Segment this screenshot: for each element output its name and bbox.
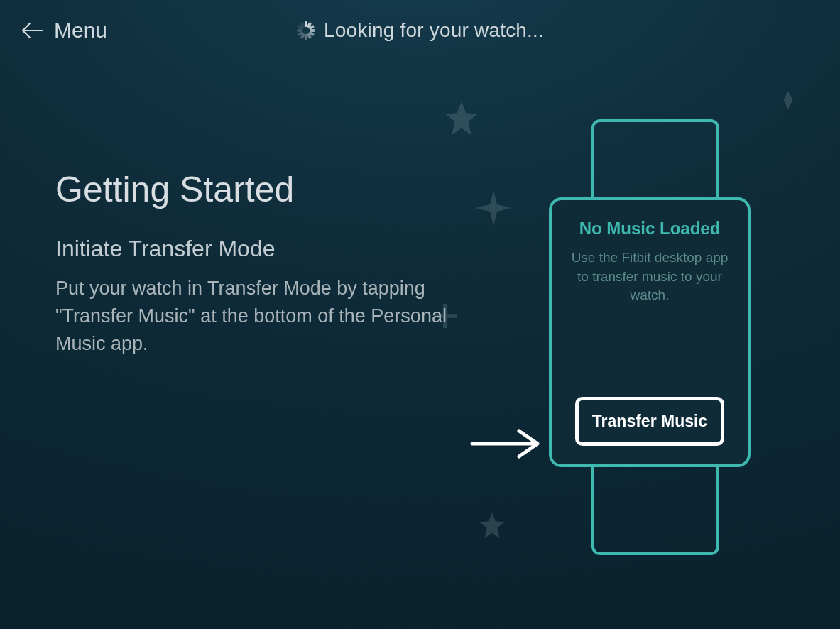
diamond-icon	[779, 91, 797, 109]
watch-illustration: No Music Loaded Use the Fitbit desktop a…	[499, 119, 797, 574]
status-text: Looking for your watch...	[324, 19, 544, 42]
star-icon	[440, 98, 483, 141]
pointer-arrow-icon	[469, 426, 544, 464]
spinner-icon	[297, 21, 315, 40]
content: Getting Started Initiate Transfer Mode P…	[0, 48, 840, 629]
transfer-music-button[interactable]: Transfer Music	[575, 397, 724, 446]
watch-face: No Music Loaded Use the Fitbit desktop a…	[549, 197, 751, 467]
page-title: Getting Started	[55, 169, 453, 210]
page-subtitle: Initiate Transfer Mode	[55, 236, 453, 262]
page-body: Put your watch in Transfer Mode by tappi…	[55, 275, 453, 358]
watch-strap-top	[591, 119, 719, 204]
watch-screen-title: No Music Loaded	[579, 219, 721, 239]
plus-icon	[433, 304, 457, 328]
watch-strap-bottom	[591, 467, 719, 555]
text-block: Getting Started Initiate Transfer Mode P…	[55, 169, 453, 358]
status: Looking for your watch...	[22, 19, 819, 42]
header: Menu Looking for your watch...	[0, 0, 840, 48]
watch-screen-body: Use the Fitbit desktop app to transfer m…	[569, 248, 731, 305]
